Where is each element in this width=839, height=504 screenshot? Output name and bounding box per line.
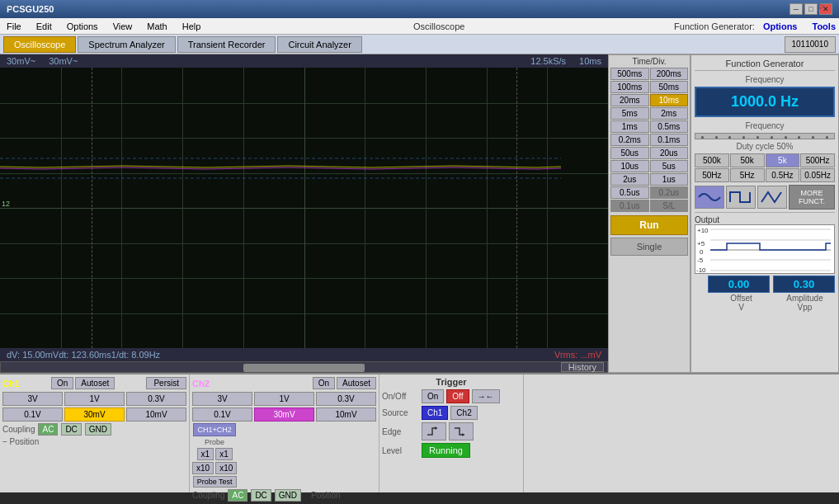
trigger-arrow-button[interactable]: →← [472,389,500,403]
trigger-falling-button[interactable] [449,422,474,440]
time-btn-2us[interactable]: 2us [610,173,649,186]
ch1-volt-0p3v[interactable]: 0.3V [126,392,186,406]
time-btn-20ms[interactable]: 20ms [610,94,649,106]
time-btn-0p5ms[interactable]: 0.5ms [650,120,689,133]
ch2-volt-1v[interactable]: 1V [254,392,314,406]
probe-x1-2[interactable]: x1 [215,448,233,460]
history-button[interactable]: History [561,362,604,372]
time-btn-10ms[interactable]: 10ms [650,94,689,106]
oscilloscope-display[interactable]: 12 [0,68,608,348]
trigger-ch1-button[interactable]: Ch1 [422,406,448,420]
time-btn-0p5us[interactable]: 0.5us [610,186,649,199]
time-btn-2ms[interactable]: 2ms [650,107,689,120]
time-btn-200ms[interactable]: 200ms [650,68,689,80]
sine-icon [697,189,722,205]
ch1-volt-30mv[interactable]: 30mV [64,407,125,422]
ch1-volt-10mv[interactable]: 10mV [126,407,186,422]
probe-x10-2[interactable]: x10 [215,462,237,474]
time-btn-500ms[interactable]: 500ms [610,68,649,80]
menu-options[interactable]: Options [64,21,101,31]
ch2-autoset-button[interactable]: Autoset [337,377,376,389]
run-button[interactable]: Run [610,215,688,235]
minimize-button[interactable]: ─ [790,3,803,15]
freq-btn-5hz[interactable]: 5Hz [730,168,765,182]
ch2-coupling-dc[interactable]: DC [251,489,271,502]
probe-x10-1[interactable]: x10 [192,462,214,474]
slider-dot [728,136,731,139]
scrollbar-area[interactable]: History [0,361,608,373]
waveform-sine-button[interactable] [695,186,724,209]
menu-view[interactable]: View [110,21,136,31]
trigger-panel: Trigger On/Off On Off →← Source Ch1 Ch2 … [379,374,524,492]
waveform-square-button[interactable] [726,186,756,209]
ch1-coupling-gnd[interactable]: GND [85,423,111,436]
trigger-rising-button[interactable] [422,422,446,440]
ch2-coupling-gnd[interactable]: GND [275,489,301,502]
time-btn-50ms[interactable]: 50ms [650,81,689,93]
ch2-volt-0p1v[interactable]: 0.1V [192,407,252,422]
menu-file[interactable]: File [3,21,25,31]
ch2-coupling-ac[interactable]: AC [228,489,247,502]
falling-edge-icon [453,425,469,438]
time-btn-10us[interactable]: 10us [610,160,649,172]
freq-btn-50hz[interactable]: 50Hz [695,168,729,182]
time-btn-1ms[interactable]: 1ms [610,120,649,133]
tab-spectrum-analyzer[interactable]: Spectrum Analyzer [78,36,175,53]
ch2-volt-0p3v[interactable]: 0.3V [316,392,376,406]
ch1-volt-0p1v[interactable]: 0.1V [2,407,63,422]
adj-spacer [695,294,708,303]
func-gen-options[interactable]: Options [763,21,798,31]
trigger-on-button[interactable]: On [422,389,444,403]
slider-dot [742,136,745,139]
ch2-volt-10mv[interactable]: 10mV [316,407,376,422]
time-btn-50us[interactable]: 50us [610,147,649,159]
scrollbar-thumb[interactable] [243,364,365,372]
ch1-coupling-ac[interactable]: AC [38,423,58,436]
fg-frequency-slider[interactable] [695,133,835,139]
time-btn-20us[interactable]: 20us [650,147,689,159]
time-btn-1us[interactable]: 1us [650,173,689,186]
output-section: Output +10 +5 0 -5 -10 [695,212,835,312]
more-functions-button[interactable]: MORE FUNCT. [789,185,835,210]
trigger-off-button[interactable]: Off [446,389,469,403]
probe-test-button[interactable]: Probe Test [193,476,237,488]
menu-math[interactable]: Math [144,21,170,31]
persist-button[interactable]: Persist [146,377,186,389]
freq-btn-0p5hz[interactable]: 0.5Hz [766,168,800,182]
ch2-volt-30mv[interactable]: 30mV [254,407,314,422]
time-btn-0p2ms[interactable]: 0.2ms [610,134,649,146]
single-button[interactable]: Single [610,238,688,256]
tab-oscilloscope[interactable]: Oscilloscope [3,36,76,53]
time-btn-5us[interactable]: 5us [650,160,689,172]
menu-edit[interactable]: Edit [33,21,55,31]
ch1-position-row: − Position [2,437,186,446]
ch2-probe-area: CH1+CH2 Probe x1 x1 x10 x10 Probe Test [192,423,376,488]
freq-btn-5k[interactable]: 5k [766,153,800,167]
ch2-volt-3v[interactable]: 3V [192,392,252,406]
freq-btn-500hz[interactable]: 500Hz [800,153,835,167]
trigger-ch2-button[interactable]: Ch2 [450,406,477,420]
slider-dots [695,134,834,140]
tab-circuit-analyzer[interactable]: Circuit Analyzer [277,36,361,53]
special-mode-button[interactable]: 10110010 [785,36,837,53]
ch1-volt-1v[interactable]: 1V [64,392,125,406]
waveform-triangle-button[interactable] [757,186,787,209]
time-btn-5ms[interactable]: 5ms [610,107,649,120]
time-btn-0p1ms[interactable]: 0.1ms [650,134,689,146]
tab-transient-recorder[interactable]: Transient Recorder [177,36,276,53]
ch1-on-button[interactable]: On [51,377,73,389]
freq-btn-50k[interactable]: 50k [730,153,765,167]
freq-btn-500k[interactable]: 500k [695,153,729,167]
func-gen-tools[interactable]: Tools [812,21,836,31]
ch2-on-button[interactable]: On [313,377,335,389]
slider-dot [701,136,704,139]
probe-x1-1[interactable]: x1 [197,448,214,460]
ch1-volt-3v[interactable]: 3V [2,392,63,406]
ch1-autoset-button[interactable]: Autoset [75,377,115,389]
maximize-button[interactable]: □ [804,3,818,15]
freq-btn-0p05hz[interactable]: 0.05Hz [800,168,835,182]
ch1ch2-button[interactable]: CH1+CH2 [193,423,235,436]
ch1-coupling-dc[interactable]: DC [61,423,81,436]
time-btn-100ms[interactable]: 100ms [610,81,649,93]
menu-help[interactable]: Help [179,21,205,31]
